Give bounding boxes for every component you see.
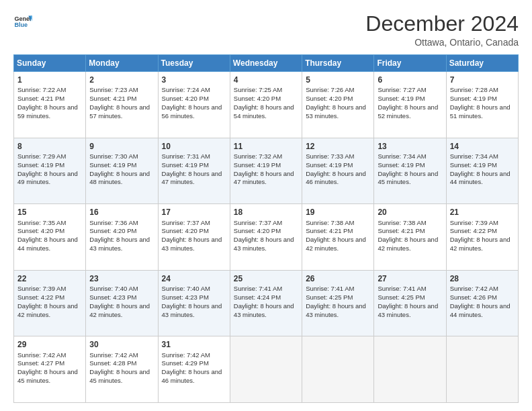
sunset-label: Sunset: 4:29 PM xyxy=(162,359,209,367)
sunset-label: Sunset: 4:20 PM xyxy=(89,227,136,234)
calendar-cell xyxy=(374,336,446,403)
sunrise-label: Sunrise: 7:41 AM xyxy=(378,285,426,292)
sunset-label: Sunset: 4:19 PM xyxy=(17,161,64,169)
day-number: 25 xyxy=(234,273,298,284)
sunset-label: Sunset: 4:21 PM xyxy=(17,95,64,102)
calendar-table: Sunday Monday Tuesday Wednesday Thursday… xyxy=(13,54,519,403)
sunset-label: Sunset: 4:21 PM xyxy=(306,227,353,234)
sunset-label: Sunset: 4:26 PM xyxy=(450,293,497,301)
sunrise-label: Sunrise: 7:41 AM xyxy=(306,285,354,292)
sunset-label: Sunset: 4:19 PM xyxy=(234,161,281,169)
calendar-cell: 27 Sunrise: 7:41 AM Sunset: 4:25 PM Dayl… xyxy=(374,270,446,336)
calendar-cell: 21 Sunrise: 7:39 AM Sunset: 4:22 PM Dayl… xyxy=(446,204,518,271)
day-number: 28 xyxy=(450,273,515,284)
sunrise-label: Sunrise: 7:41 AM xyxy=(234,285,282,292)
calendar-cell: 10 Sunrise: 7:31 AM Sunset: 4:19 PM Dayl… xyxy=(158,138,230,204)
day-number: 24 xyxy=(162,273,226,284)
calendar-cell: 11 Sunrise: 7:32 AM Sunset: 4:19 PM Dayl… xyxy=(230,138,302,204)
calendar-cell: 12 Sunrise: 7:33 AM Sunset: 4:19 PM Dayl… xyxy=(302,138,374,204)
sunrise-label: Sunrise: 7:34 AM xyxy=(378,152,426,160)
day-number: 5 xyxy=(306,75,370,85)
daylight-label: Daylight: 8 hours and 43 minutes. xyxy=(162,302,222,318)
calendar-cell: 13 Sunrise: 7:34 AM Sunset: 4:19 PM Dayl… xyxy=(374,138,446,204)
sunrise-label: Sunrise: 7:42 AM xyxy=(450,285,498,292)
calendar-week-2: 8 Sunrise: 7:29 AM Sunset: 4:19 PM Dayli… xyxy=(14,138,519,204)
calendar-cell: 16 Sunrise: 7:36 AM Sunset: 4:20 PM Dayl… xyxy=(86,204,158,271)
day-number: 22 xyxy=(17,273,82,284)
sunset-label: Sunset: 4:19 PM xyxy=(89,161,136,169)
daylight-label: Daylight: 8 hours and 43 minutes. xyxy=(306,302,366,318)
day-number: 30 xyxy=(89,339,154,350)
day-number: 31 xyxy=(162,339,226,350)
sunset-label: Sunset: 4:19 PM xyxy=(378,161,425,169)
col-thursday: Thursday xyxy=(302,55,374,72)
sunset-label: Sunset: 4:23 PM xyxy=(162,293,209,301)
day-number: 11 xyxy=(234,141,298,152)
sunset-label: Sunset: 4:28 PM xyxy=(89,359,136,367)
daylight-label: Daylight: 8 hours and 52 minutes. xyxy=(378,103,438,120)
day-number: 14 xyxy=(450,141,515,152)
sunset-label: Sunset: 4:21 PM xyxy=(378,227,425,234)
daylight-label: Daylight: 8 hours and 43 minutes. xyxy=(89,236,150,252)
calendar-cell: 31 Sunrise: 7:42 AM Sunset: 4:29 PM Dayl… xyxy=(158,336,230,403)
sunrise-label: Sunrise: 7:32 AM xyxy=(234,152,282,160)
daylight-label: Daylight: 8 hours and 49 minutes. xyxy=(17,170,78,186)
calendar-week-5: 29 Sunrise: 7:42 AM Sunset: 4:27 PM Dayl… xyxy=(14,336,519,403)
sunset-label: Sunset: 4:19 PM xyxy=(162,161,209,169)
sunset-label: Sunset: 4:19 PM xyxy=(450,95,497,102)
sunset-label: Sunset: 4:20 PM xyxy=(162,95,209,102)
daylight-label: Daylight: 8 hours and 42 minutes. xyxy=(89,302,150,318)
day-number: 13 xyxy=(378,141,442,152)
sunset-label: Sunset: 4:20 PM xyxy=(17,227,64,234)
daylight-label: Daylight: 8 hours and 42 minutes. xyxy=(306,236,366,252)
daylight-label: Daylight: 8 hours and 44 minutes. xyxy=(450,170,511,186)
sunrise-label: Sunrise: 7:42 AM xyxy=(17,351,66,359)
sunrise-label: Sunrise: 7:34 AM xyxy=(450,152,498,160)
daylight-label: Daylight: 8 hours and 42 minutes. xyxy=(378,236,438,252)
day-number: 9 xyxy=(89,141,154,152)
col-saturday: Saturday xyxy=(446,55,518,72)
daylight-label: Daylight: 8 hours and 46 minutes. xyxy=(306,170,366,186)
day-number: 21 xyxy=(450,207,515,218)
logo-icon: General Blue xyxy=(13,12,32,31)
calendar-cell: 3 Sunrise: 7:24 AM Sunset: 4:20 PM Dayli… xyxy=(158,72,230,138)
day-number: 29 xyxy=(17,339,82,350)
calendar-cell: 30 Sunrise: 7:42 AM Sunset: 4:28 PM Dayl… xyxy=(86,336,158,403)
calendar-cell: 20 Sunrise: 7:38 AM Sunset: 4:21 PM Dayl… xyxy=(374,204,446,271)
sunrise-label: Sunrise: 7:31 AM xyxy=(162,152,210,160)
sunrise-label: Sunrise: 7:39 AM xyxy=(17,285,66,292)
calendar-cell: 1 Sunrise: 7:22 AM Sunset: 4:21 PM Dayli… xyxy=(14,72,86,138)
daylight-label: Daylight: 8 hours and 47 minutes. xyxy=(162,170,222,186)
page: General Blue December 2024 Ottawa, Ontar… xyxy=(0,0,532,411)
calendar-cell: 15 Sunrise: 7:35 AM Sunset: 4:20 PM Dayl… xyxy=(14,204,86,271)
daylight-label: Daylight: 8 hours and 47 minutes. xyxy=(234,170,294,186)
calendar-cell xyxy=(230,336,302,403)
sunrise-label: Sunrise: 7:37 AM xyxy=(162,219,210,226)
day-number: 26 xyxy=(306,273,370,284)
calendar-cell: 4 Sunrise: 7:25 AM Sunset: 4:20 PM Dayli… xyxy=(230,72,302,138)
daylight-label: Daylight: 8 hours and 43 minutes. xyxy=(234,302,294,318)
daylight-label: Daylight: 8 hours and 42 minutes. xyxy=(17,302,78,318)
calendar-cell: 7 Sunrise: 7:28 AM Sunset: 4:19 PM Dayli… xyxy=(446,72,518,138)
col-friday: Friday xyxy=(374,55,446,72)
sunrise-label: Sunrise: 7:35 AM xyxy=(17,219,66,226)
day-number: 7 xyxy=(450,75,515,85)
daylight-label: Daylight: 8 hours and 42 minutes. xyxy=(450,236,511,252)
col-tuesday: Tuesday xyxy=(158,55,230,72)
daylight-label: Daylight: 8 hours and 56 minutes. xyxy=(162,103,222,120)
calendar-cell xyxy=(302,336,374,403)
calendar-week-1: 1 Sunrise: 7:22 AM Sunset: 4:21 PM Dayli… xyxy=(14,72,519,138)
daylight-label: Daylight: 8 hours and 43 minutes. xyxy=(378,302,438,318)
calendar-cell: 24 Sunrise: 7:40 AM Sunset: 4:23 PM Dayl… xyxy=(158,270,230,336)
subtitle: Ottawa, Ontario, Canada xyxy=(365,37,519,48)
sunrise-label: Sunrise: 7:39 AM xyxy=(450,219,498,226)
sunrise-label: Sunrise: 7:25 AM xyxy=(234,86,282,93)
day-number: 16 xyxy=(89,207,154,218)
sunrise-label: Sunrise: 7:37 AM xyxy=(234,219,282,226)
day-number: 17 xyxy=(162,207,226,218)
calendar-cell: 23 Sunrise: 7:40 AM Sunset: 4:23 PM Dayl… xyxy=(86,270,158,336)
day-number: 2 xyxy=(89,75,154,85)
calendar-cell: 9 Sunrise: 7:30 AM Sunset: 4:19 PM Dayli… xyxy=(86,138,158,204)
day-number: 8 xyxy=(17,141,82,152)
sunrise-label: Sunrise: 7:22 AM xyxy=(17,86,66,93)
